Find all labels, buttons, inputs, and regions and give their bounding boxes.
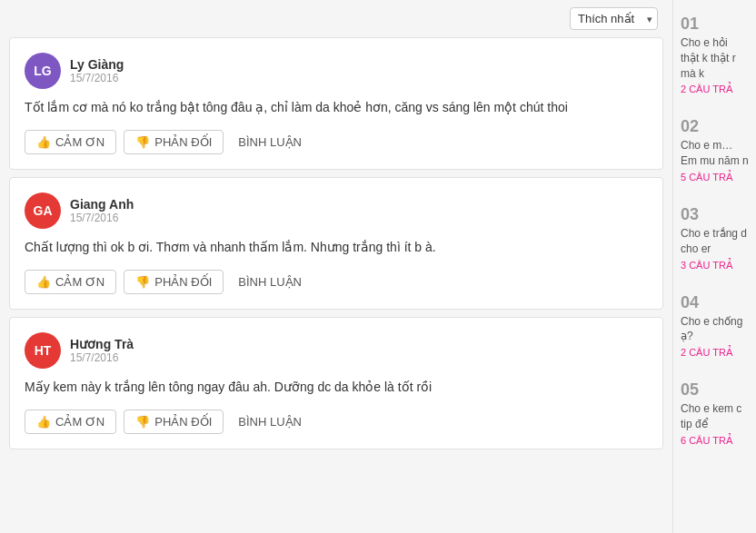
sidebar-replies: 2 CÂU TRẢ xyxy=(681,84,749,95)
dislike-icon: 👎 xyxy=(135,415,150,429)
cam-on-button[interactable]: 👍 CẢM ƠN xyxy=(25,410,116,434)
comment-card: HT Hương Trà 15/7/2016 Mấy kem này k trắ… xyxy=(9,317,663,449)
dislike-icon: 👎 xyxy=(135,135,150,149)
page-wrapper: Thích nhất Mới nhất Cũ nhất LG Ly Giàng … xyxy=(0,0,756,533)
user-name: Hương Trà xyxy=(70,337,134,351)
comment-text: Tốt lắm cơ mà nó ko trắng bật tông đâu ạ… xyxy=(25,98,648,117)
phan-doi-label: PHẢN ĐỐI xyxy=(154,415,212,429)
sidebar-text: Cho e m… Em mu năm n xyxy=(681,138,749,169)
comment-header: GA Giang Anh 15/7/2016 xyxy=(25,192,648,229)
avatar: HT xyxy=(25,332,61,369)
comment-date: 15/7/2016 xyxy=(70,212,134,224)
binh-luan-button[interactable]: BÌNH LUẬN xyxy=(231,271,309,293)
comment-text: Mấy kem này k trắng lên tông ngay đâu ah… xyxy=(25,378,648,397)
comment-text: Chất lượng thì ok b ơi. Thơm và nhanh th… xyxy=(25,238,648,257)
sidebar-replies: 6 CÂU TRẢ xyxy=(681,435,749,447)
sidebar-item[interactable]: 02 Cho e m… Em mu năm n 5 CÂU TRẢ xyxy=(673,110,756,191)
sidebar-replies: 2 CÂU TRẢ xyxy=(681,347,749,359)
phan-doi-label: PHẢN ĐỐI xyxy=(154,275,212,289)
phan-doi-button[interactable]: 👎 PHẢN ĐỐI xyxy=(124,270,224,294)
sidebar-item[interactable]: 05 Cho e kem c tip để 6 CÂU TRẢ xyxy=(673,373,756,454)
user-name: Ly Giàng xyxy=(70,57,124,72)
cam-on-label: CẢM ƠN xyxy=(55,275,104,289)
comment-card: LG Ly Giàng 15/7/2016 Tốt lắm cơ mà nó k… xyxy=(9,37,663,170)
user-info: Hương Trà 15/7/2016 xyxy=(70,337,134,364)
cam-on-label: CẢM ƠN xyxy=(55,135,104,149)
sidebar-num: 03 xyxy=(681,205,749,224)
sidebar-num: 04 xyxy=(681,293,749,312)
action-bar: 👍 CẢM ƠN 👎 PHẢN ĐỐI BÌNH LUẬN xyxy=(25,410,648,434)
phan-doi-label: PHẢN ĐỐI xyxy=(154,135,212,149)
user-info: Giang Anh 15/7/2016 xyxy=(70,197,134,224)
sidebar-num: 02 xyxy=(681,117,749,136)
binh-luan-button[interactable]: BÌNH LUẬN xyxy=(231,410,309,433)
sidebar-item[interactable]: 01 Cho e hỏi thật k thật r mà k 2 CÂU TR… xyxy=(673,7,756,103)
cam-on-button[interactable]: 👍 CẢM ƠN xyxy=(25,130,116,154)
sidebar-num: 05 xyxy=(681,380,749,400)
sidebar-item[interactable]: 04 Cho e chống ạ? 2 CÂU TRẢ xyxy=(673,286,756,367)
action-bar: 👍 CẢM ƠN 👎 PHẢN ĐỐI BÌNH LUẬN xyxy=(25,270,648,294)
sidebar-num: 01 xyxy=(681,15,749,34)
user-info: Ly Giàng 15/7/2016 xyxy=(70,57,124,84)
comment-date: 15/7/2016 xyxy=(70,351,134,364)
thumb-icon: 👍 xyxy=(36,275,51,289)
comments-container: LG Ly Giàng 15/7/2016 Tốt lắm cơ mà nó k… xyxy=(0,37,672,449)
phan-doi-button[interactable]: 👎 PHẢN ĐỐI xyxy=(124,130,224,154)
comment-date: 15/7/2016 xyxy=(70,72,124,84)
dislike-icon: 👎 xyxy=(135,275,150,289)
thumb-icon: 👍 xyxy=(36,135,51,149)
cam-on-label: CẢM ƠN xyxy=(55,415,104,429)
main-content: Thích nhất Mới nhất Cũ nhất LG Ly Giàng … xyxy=(0,0,672,533)
thumb-icon: 👍 xyxy=(36,415,51,429)
sidebar-text: Cho e kem c tip để xyxy=(681,401,749,432)
action-bar: 👍 CẢM ƠN 👎 PHẢN ĐỐI BÌNH LUẬN xyxy=(25,130,648,154)
sidebar-replies: 5 CÂU TRẢ xyxy=(681,172,749,183)
binh-luan-button[interactable]: BÌNH LUẬN xyxy=(231,131,309,153)
phan-doi-button[interactable]: 👎 PHẢN ĐỐI xyxy=(124,410,224,434)
cam-on-button[interactable]: 👍 CẢM ƠN xyxy=(25,270,116,294)
sidebar-item[interactable]: 03 Cho e trắng d cho er 3 CÂU TRẢ xyxy=(673,198,756,279)
avatar: GA xyxy=(25,192,61,229)
user-name: Giang Anh xyxy=(70,197,134,212)
comment-header: LG Ly Giàng 15/7/2016 xyxy=(25,53,648,89)
comment-header: HT Hương Trà 15/7/2016 xyxy=(25,332,648,369)
sidebar-replies: 3 CÂU TRẢ xyxy=(681,260,749,271)
sort-select[interactable]: Thích nhất Mới nhất Cũ nhất xyxy=(570,7,658,30)
sidebar-text: Cho e chống ạ? xyxy=(681,314,749,345)
sidebar-text: Cho e hỏi thật k thật r mà k xyxy=(681,35,749,81)
sidebar-items: 01 Cho e hỏi thật k thật r mà k 2 CÂU TR… xyxy=(673,7,756,454)
comment-card: GA Giang Anh 15/7/2016 Chất lượng thì ok… xyxy=(9,177,663,310)
sort-bar: Thích nhất Mới nhất Cũ nhất xyxy=(0,0,672,37)
avatar: LG xyxy=(25,53,61,89)
sidebar: 01 Cho e hỏi thật k thật r mà k 2 CÂU TR… xyxy=(672,0,756,533)
sort-select-wrapper[interactable]: Thích nhất Mới nhất Cũ nhất xyxy=(570,7,658,30)
sidebar-text: Cho e trắng d cho er xyxy=(681,226,749,257)
